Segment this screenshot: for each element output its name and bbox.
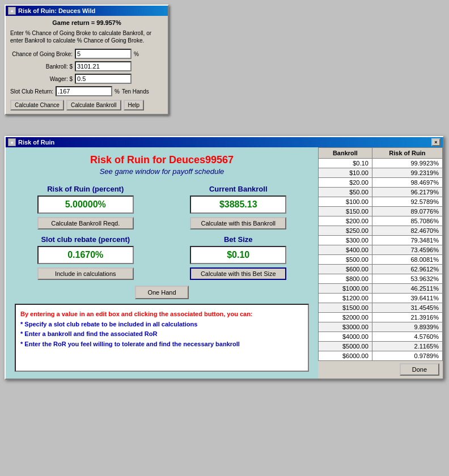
- table-cell-ror: 21.3916%: [372, 313, 442, 322]
- slot-row: Slot Club Return: % Ten Hands: [10, 86, 163, 96]
- top-dialog: ♠ Risk of Ruin: Deuces Wild Game return …: [5, 5, 169, 115]
- wager-label: Wager: $: [10, 76, 73, 82]
- chance-label: Chance of Going Broke:: [10, 51, 73, 57]
- table-cell-ror: 89.0776%: [372, 207, 442, 216]
- calc-bankroll-reqd-button[interactable]: Calculate Bankroll Reqd.: [37, 217, 134, 230]
- main-subtitle: See game window for payoff schedule: [15, 167, 309, 176]
- table-row: $100.0092.5789%: [319, 197, 443, 207]
- help-intro: By entering a value in an edit box and c…: [20, 311, 253, 317]
- table-cell-bankroll: $150.00: [319, 207, 372, 216]
- calc-with-bankroll-button[interactable]: Calculate with this Bankroll: [190, 217, 286, 230]
- table-cell-bankroll: $500.00: [319, 255, 372, 265]
- table-cell-ror: 98.4697%: [372, 178, 442, 188]
- main-dialog: ♠ Risk of Ruin × Risk of Ruin for Deuces…: [5, 136, 444, 380]
- table-row: $1000.0046.2511%: [319, 284, 443, 294]
- bankroll-section: Current Bankroll $3885.13 Calculate with…: [168, 185, 310, 230]
- table-cell-ror: 31.4545%: [372, 303, 442, 313]
- main-title-bar: ♠ Risk of Ruin ×: [6, 137, 443, 147]
- wager-input[interactable]: [75, 74, 132, 84]
- bankroll-section-title: Current Bankroll: [209, 185, 268, 193]
- main-ror-title: Risk of Ruin for Deuces99567: [15, 154, 309, 166]
- chance-input[interactable]: [75, 49, 132, 59]
- one-hand-button[interactable]: One Hand: [135, 286, 188, 299]
- slot-club-input[interactable]: [56, 86, 112, 96]
- chance-unit: %: [134, 51, 139, 57]
- table-row: $2000.0021.3916%: [319, 313, 443, 322]
- table-cell-ror: 99.9923%: [372, 159, 442, 168]
- calculate-chance-button[interactable]: Calculate Chance: [10, 100, 64, 110]
- bet-size-value-box[interactable]: $0.10: [190, 246, 286, 264]
- bankroll-input[interactable]: [75, 61, 132, 71]
- slot-rebate-title: Slot club rebate (percent): [41, 235, 130, 244]
- table-cell-ror: 39.6411%: [372, 294, 442, 303]
- slot-rebate-value-box[interactable]: 0.1670%: [37, 246, 134, 264]
- ror-section: Risk of Ruin (percent) 5.00000% Calculat…: [15, 185, 156, 230]
- table-row: $3000.009.8939%: [319, 322, 443, 332]
- table-row: $0.1099.9923%: [319, 159, 443, 168]
- help-button[interactable]: Help: [124, 100, 145, 110]
- chance-row: Chance of Going Broke: %: [10, 49, 163, 59]
- table-cell-bankroll: $50.00: [319, 188, 372, 197]
- table-cell-ror: 85.7086%: [372, 216, 442, 226]
- table-cell-ror: 0.9789%: [372, 351, 442, 361]
- left-panel: Risk of Ruin for Deuces99567 See game wi…: [6, 147, 318, 379]
- ror-section-title: Risk of Ruin (percent): [47, 185, 124, 193]
- slot-rebate-section: Slot club rebate (percent) 0.1670% Inclu…: [15, 235, 156, 280]
- table-cell-bankroll: $3000.00: [319, 322, 372, 332]
- table-cell-ror: 4.5760%: [372, 332, 442, 342]
- close-button[interactable]: ×: [431, 138, 440, 146]
- table-cell-bankroll: $1500.00: [319, 303, 372, 313]
- table-row: $250.0082.4670%: [319, 226, 443, 236]
- table-cell-ror: 53.9632%: [372, 274, 442, 284]
- table-header-ror: Risk of Ruin: [372, 148, 442, 159]
- table-row: $400.0073.4596%: [319, 245, 443, 255]
- right-panel: Bankroll Risk of Ruin $0.1099.9923%$10.0…: [318, 147, 443, 379]
- ror-table: Bankroll Risk of Ruin $0.1099.9923%$10.0…: [318, 147, 443, 361]
- top-title-bar: ♠ Risk of Ruin: Deuces Wild: [6, 6, 168, 16]
- main-dialog-title: Risk of Ruin: [18, 139, 54, 146]
- ror-value-box[interactable]: 5.00000%: [37, 196, 134, 214]
- table-row: $500.0068.0081%: [319, 255, 443, 265]
- bet-size-title: Bet Size: [224, 235, 253, 244]
- table-cell-ror: 96.2179%: [372, 188, 442, 197]
- table-cell-ror: 99.2319%: [372, 168, 442, 178]
- top-button-row: Calculate Chance Calculate Bankroll Help: [10, 100, 163, 110]
- done-button[interactable]: Done: [400, 363, 439, 376]
- bankroll-row: Bankroll: $: [10, 61, 163, 71]
- table-cell-bankroll: $20.00: [319, 178, 372, 188]
- table-row: $200.0085.7086%: [319, 216, 443, 226]
- calc-grid: Risk of Ruin (percent) 5.00000% Calculat…: [15, 185, 309, 280]
- bankroll-label: Bankroll: $: [10, 63, 73, 70]
- table-cell-ror: 62.9612%: [372, 265, 442, 274]
- calculate-bankroll-button[interactable]: Calculate Bankroll: [66, 100, 121, 110]
- game-return-label: Game return = 99.957%: [10, 19, 163, 26]
- table-cell-ror: 73.4596%: [372, 245, 442, 255]
- table-row: $6000.000.9789%: [319, 351, 443, 361]
- table-cell-ror: 82.4670%: [372, 226, 442, 236]
- table-cell-ror: 79.3481%: [372, 236, 442, 245]
- table-cell-bankroll: $6000.00: [319, 351, 372, 361]
- top-dialog-icon: ♠: [8, 7, 16, 15]
- help-text-content: By entering a value in an edit box and c…: [20, 309, 303, 349]
- bankroll-value-box[interactable]: $3885.13: [190, 196, 286, 214]
- table-cell-ror: 46.2511%: [372, 284, 442, 294]
- table-row: $20.0098.4697%: [319, 178, 443, 188]
- table-cell-bankroll: $600.00: [319, 265, 372, 274]
- table-row: $1500.0031.4545%: [319, 303, 443, 313]
- help-item-3: * Enter the RoR you feel willing to tole…: [20, 341, 240, 347]
- calc-with-bet-button[interactable]: Calculate with this Bet Size: [190, 267, 286, 280]
- slot-unit: %: [115, 88, 120, 95]
- help-text-area: By entering a value in an edit box and c…: [15, 304, 309, 372]
- main-dialog-icon: ♠: [8, 138, 16, 146]
- table-cell-ror: 92.5789%: [372, 197, 442, 207]
- include-in-calcs-button[interactable]: Include in calculations: [37, 267, 134, 280]
- table-cell-bankroll: $4000.00: [319, 332, 372, 342]
- table-row: $600.0062.9612%: [319, 265, 443, 274]
- done-row: Done: [318, 361, 443, 378]
- help-item-1: * Specify a slot club rebate to be inclu…: [20, 321, 197, 328]
- wager-row: Wager: $: [10, 74, 163, 84]
- bet-size-section: Bet Size $0.10 Calculate with this Bet S…: [168, 235, 310, 280]
- table-cell-bankroll: $1200.00: [319, 294, 372, 303]
- table-cell-bankroll: $400.00: [319, 245, 372, 255]
- table-header-bankroll: Bankroll: [319, 148, 372, 159]
